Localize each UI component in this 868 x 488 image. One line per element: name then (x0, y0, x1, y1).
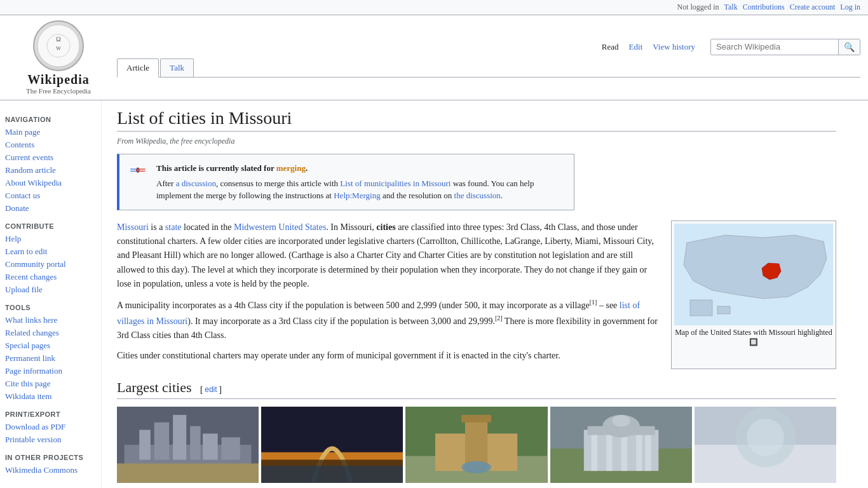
navigation-section-title: Navigation (5, 116, 93, 123)
site-subtitle: The Free Encyclopedia (26, 87, 91, 95)
sidebar-item-random-article[interactable]: Random article (5, 164, 93, 177)
sidebar-item-related-changes[interactable]: Related changes (5, 327, 93, 339)
largest-cities-heading: Largest cities [ edit ] (117, 379, 836, 399)
city-card-columbia: Columbia, fourth-largest city (550, 407, 692, 488)
logo-area: Ω W Wikipedia The Free Encyclopedia (8, 20, 109, 95)
svg-rect-26 (462, 415, 492, 423)
page-title: List of cities in Missouri (117, 108, 836, 132)
villages-link[interactable]: list of villages in Missouri (117, 301, 640, 325)
columbia-image (550, 407, 692, 483)
merging-link[interactable]: merging (276, 163, 306, 173)
not-logged-in-text: Not logged in (677, 3, 719, 12)
svg-rect-33 (606, 435, 612, 471)
sidebar-item-wikidata[interactable]: Wikidata item (5, 390, 93, 403)
sidebar-item-current-events[interactable]: Current events (5, 151, 93, 164)
svg-rect-13 (173, 415, 186, 459)
city-card-springfield: Springfield, third-largest city (405, 407, 547, 488)
paragraph-2: A municipality incorporates as a 4th Cla… (117, 297, 661, 342)
kansas-city-image (117, 407, 259, 483)
sidebar-item-learn-to-edit[interactable]: Learn to edit (5, 245, 93, 258)
svg-rect-11 (139, 430, 151, 460)
sidebar-item-help[interactable]: Help (5, 233, 93, 245)
city-card-st-louis: St. Louis, second-largest city (261, 407, 403, 488)
svg-text:W: W (56, 46, 61, 51)
sidebar-item-community-portal[interactable]: Community portal (5, 258, 93, 271)
svg-rect-17 (117, 464, 259, 484)
svg-rect-7 (690, 300, 712, 316)
sidebar-item-wikimedia-commons[interactable]: Wikimedia Commons (5, 464, 93, 477)
sidebar-item-contents[interactable]: Contents (5, 139, 93, 151)
sidebar: Navigation Main page Contents Current ev… (0, 100, 102, 488)
city-card-independence: Independence, a satellite city of Kansas… (695, 407, 836, 488)
log-in-link[interactable]: Log in (840, 3, 860, 12)
read-tab[interactable]: Read (599, 38, 621, 56)
sidebar-item-recent-changes[interactable]: Recent changes (5, 271, 93, 283)
search-input[interactable] (711, 39, 838, 54)
the-discussion-link[interactable]: the discussion (454, 191, 501, 200)
svg-rect-12 (154, 423, 169, 460)
largest-cities-title-text: Largest cities (117, 379, 192, 395)
site-title: Wikipedia (27, 72, 90, 87)
sidebar-item-cite-this-page[interactable]: Cite this page (5, 377, 93, 390)
sidebar-item-page-information[interactable]: Page information (5, 365, 93, 377)
springfield-image (405, 407, 547, 483)
map-expand-link[interactable]: 🔲 (749, 338, 758, 346)
tools-section-title: Tools (5, 304, 93, 311)
edit-bracket: [ edit ] (200, 384, 222, 394)
discussion-link[interactable]: a discussion (176, 179, 216, 188)
merge-bold-text: This article is currently slated for (156, 163, 276, 173)
state-link[interactable]: state (165, 222, 182, 232)
talk-link[interactable]: Talk (724, 3, 738, 12)
municipalities-link[interactable]: List of municipalities in Missouri (340, 179, 451, 188)
contributions-link[interactable]: Contributions (743, 3, 785, 12)
svg-rect-36 (645, 435, 651, 471)
svg-rect-14 (190, 426, 200, 460)
map-image (674, 224, 833, 325)
svg-rect-15 (203, 434, 217, 460)
svg-rect-16 (221, 438, 240, 460)
springfield-caption: Springfield, third-largest city (405, 485, 547, 488)
help-merging-link[interactable]: Help:Merging (334, 191, 380, 200)
contribute-section-title: Contribute (5, 222, 93, 230)
map-box: Map of the United States with Missouri h… (671, 220, 836, 370)
article-tab[interactable]: Article (117, 58, 159, 78)
edit-tab[interactable]: Edit (627, 38, 646, 56)
search-box: 🔍 (710, 39, 860, 55)
svg-rect-32 (591, 435, 597, 471)
merge-text: This article is currently slated for mer… (156, 162, 564, 202)
sidebar-item-about[interactable]: About Wikipedia (5, 177, 93, 189)
article-body: Missouri is a state located in the Midwe… (117, 220, 661, 370)
talk-tab[interactable]: Talk (160, 58, 194, 77)
sidebar-item-donate[interactable]: Donate (5, 202, 93, 215)
kansas-city-caption: Kansas City, largest city in Missouri (117, 485, 259, 488)
st-louis-image (261, 407, 403, 483)
midwestern-link[interactable]: Midwestern United States (234, 222, 326, 232)
sidebar-item-permanent-link[interactable]: Permanent link (5, 352, 93, 365)
svg-rect-8 (717, 306, 730, 314)
merge-notice: ⇒ ⇐ This article is currently slated for… (117, 154, 574, 210)
sidebar-item-upload-file[interactable]: Upload file (5, 283, 93, 296)
sidebar-item-main-page[interactable]: Main page (5, 126, 93, 139)
svg-point-38 (612, 415, 630, 427)
sidebar-item-printable[interactable]: Printable version (5, 433, 93, 446)
paragraph-1: Missouri is a state located in the Midwe… (117, 220, 661, 292)
sidebar-item-what-links-here[interactable]: What links here (5, 314, 93, 327)
sidebar-item-special-pages[interactable]: Special pages (5, 339, 93, 352)
edit-link[interactable]: edit (205, 385, 217, 394)
st-louis-caption: St. Louis, second-largest city (261, 485, 403, 488)
svg-point-27 (462, 461, 492, 473)
sidebar-item-download-pdf[interactable]: Download as PDF (5, 421, 93, 433)
top-bar: Not logged in Talk Contributions Create … (0, 0, 868, 15)
independence-image (695, 407, 836, 483)
sidebar-item-contact[interactable]: Contact us (5, 189, 93, 202)
map-caption: Map of the United States with Missouri h… (674, 328, 833, 337)
independence-caption: Independence, a satellite city of Kansas… (695, 485, 836, 488)
header: Ω W Wikipedia The Free Encyclopedia Read… (0, 15, 868, 100)
create-account-link[interactable]: Create account (790, 3, 836, 12)
missouri-link[interactable]: Missouri (117, 222, 149, 232)
view-history-tab[interactable]: View history (650, 38, 698, 56)
search-button[interactable]: 🔍 (838, 39, 860, 55)
page-layout: Navigation Main page Contents Current ev… (0, 100, 868, 488)
svg-text:Ω: Ω (56, 36, 60, 43)
content-with-map: Missouri is a state located in the Midwe… (117, 220, 836, 370)
